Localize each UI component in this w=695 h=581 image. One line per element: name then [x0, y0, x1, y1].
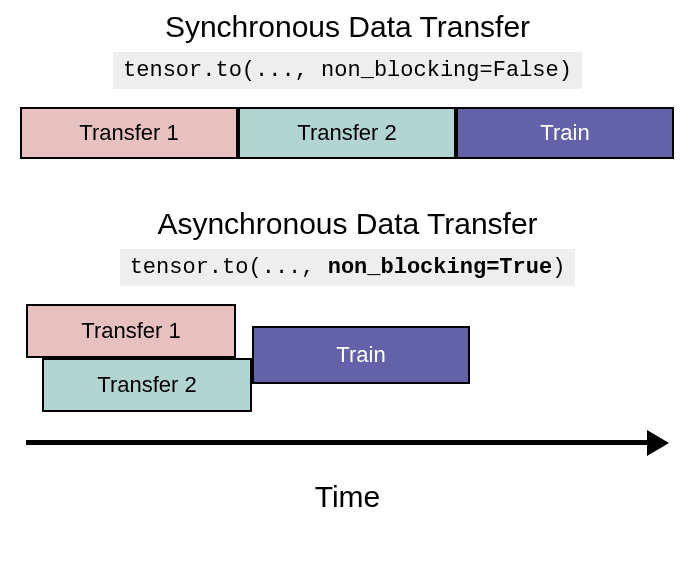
sync-code-suffix: ): [559, 58, 572, 83]
sync-code-prefix: tensor.to(...,: [123, 58, 321, 83]
async-code-suffix: ): [552, 255, 565, 280]
sync-transfer1-block: Transfer 1: [20, 107, 238, 159]
async-timeline: Transfer 1 Transfer 2 Train: [20, 304, 675, 414]
async-title: Asynchronous Data Transfer: [20, 207, 675, 241]
sync-code-box: tensor.to(..., non_blocking=False): [113, 52, 582, 89]
sync-code-arg: non_blocking=False: [321, 58, 559, 83]
time-axis-line: [26, 440, 653, 445]
async-transfer2-block: Transfer 2: [42, 358, 252, 412]
sync-timeline: Transfer 1 Transfer 2 Train: [20, 107, 675, 159]
async-code-box: tensor.to(..., non_blocking=True): [120, 249, 576, 286]
arrow-right-icon: [647, 430, 669, 456]
time-axis-label: Time: [20, 480, 675, 514]
async-code-arg: non_blocking=True: [328, 255, 552, 280]
sync-title: Synchronous Data Transfer: [20, 10, 675, 44]
async-transfer1-block: Transfer 1: [26, 304, 236, 358]
sync-transfer2-block: Transfer 2: [238, 107, 456, 159]
async-code-prefix: tensor.to(...,: [130, 255, 328, 280]
time-axis: [20, 434, 675, 474]
async-train-block: Train: [252, 326, 470, 384]
sync-train-block: Train: [456, 107, 674, 159]
